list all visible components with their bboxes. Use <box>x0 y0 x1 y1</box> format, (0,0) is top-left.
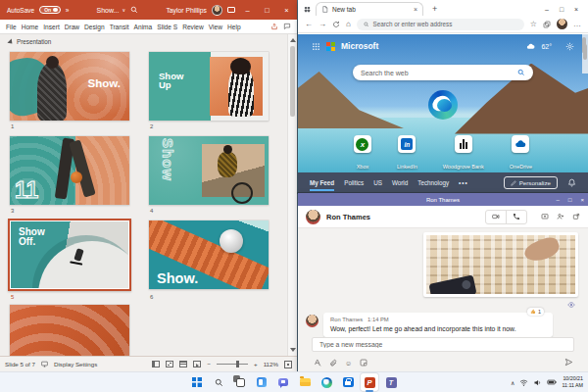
minimize-button[interactable]: – <box>240 0 255 20</box>
ribbon-tab-draw[interactable]: Draw <box>65 24 79 30</box>
ribbon-tab-view[interactable]: View <box>209 24 222 30</box>
contact-avatar[interactable] <box>306 210 320 224</box>
back-button[interactable]: ← <box>305 20 313 28</box>
zoom-in-button[interactable]: + <box>254 361 258 368</box>
new-tab-button[interactable]: + <box>432 4 437 14</box>
page-scrollbar[interactable] <box>582 34 588 74</box>
shortcut-onedrive[interactable]: OneDrive <box>510 135 532 172</box>
address-bar[interactable] <box>357 19 524 30</box>
add-participant-icon[interactable] <box>557 213 564 220</box>
close-button[interactable]: × <box>580 197 584 203</box>
tab-actions-icon[interactable] <box>304 6 311 13</box>
apps-grid-icon[interactable] <box>312 42 320 51</box>
slide-thumbnail-2[interactable]: Show Up <box>149 52 269 121</box>
ribbon-display-options-icon[interactable] <box>227 7 235 13</box>
refresh-button[interactable] <box>332 21 340 28</box>
reading-view-icon[interactable] <box>179 361 187 368</box>
close-button[interactable]: × <box>569 3 583 16</box>
maximize-button[interactable]: □ <box>260 0 274 20</box>
feed-tab-us[interactable]: US <box>373 179 382 186</box>
feed-tab-politics[interactable]: Politics <box>344 179 364 186</box>
video-call-button[interactable] <box>486 211 506 223</box>
clock[interactable]: 10/20/21 11:11 AM <box>562 375 583 389</box>
maximize-button[interactable]: □ <box>568 197 572 203</box>
zoom-slider-handle[interactable] <box>236 361 239 368</box>
collections-icon[interactable] <box>543 21 551 28</box>
chat-button[interactable] <box>274 373 292 391</box>
sender-avatar[interactable] <box>306 315 318 327</box>
feed-tab-world[interactable]: World <box>392 179 408 186</box>
slide-thumbnail-1[interactable]: Show. <box>10 52 129 121</box>
scroll-down-arrow[interactable] <box>290 348 296 352</box>
fit-slide-to-window-icon[interactable] <box>284 361 292 368</box>
volume-icon[interactable] <box>533 378 542 387</box>
personalize-button[interactable]: Personalize <box>504 176 558 189</box>
widgets-button[interactable] <box>253 373 270 391</box>
weather-cloud-icon[interactable] <box>526 42 535 51</box>
search-icon[interactable] <box>517 69 525 76</box>
contact-name[interactable]: Ron Thames <box>326 213 370 221</box>
browser-tab[interactable]: New tab × <box>316 2 423 16</box>
battery-icon[interactable] <box>547 377 557 387</box>
thumbs-up-reaction[interactable]: 1 <box>527 308 544 316</box>
web-search-input[interactable] <box>361 70 517 76</box>
normal-view-icon[interactable] <box>152 361 160 368</box>
slide-thumbnail-5-selected[interactable]: Show Off. <box>8 219 131 291</box>
close-button[interactable]: × <box>279 0 294 20</box>
address-input[interactable] <box>372 21 516 27</box>
home-button[interactable]: ⌂ <box>346 20 351 28</box>
ribbon-tab-file[interactable]: File <box>6 24 17 30</box>
minimize-button[interactable]: – <box>557 197 560 203</box>
slide-thumbnail-3[interactable]: 11 <box>10 136 129 205</box>
sticker-icon[interactable] <box>360 359 368 367</box>
emoji-icon[interactable]: ☺ <box>345 360 352 367</box>
slide-thumbnail-6[interactable]: Show. <box>149 220 269 289</box>
file-explorer-button[interactable] <box>296 373 314 391</box>
screen-share-icon[interactable] <box>541 213 549 220</box>
shortcut-woodgrove-bank[interactable]: Woodgrove Bank <box>443 135 484 172</box>
audio-call-button[interactable] <box>506 211 526 223</box>
profile-avatar[interactable] <box>557 19 567 29</box>
display-settings-label[interactable]: Display Settings <box>54 361 97 368</box>
account-name[interactable]: Taylor Phillips <box>166 7 207 14</box>
feed-tab-my-feed[interactable]: My Feed <box>310 179 334 186</box>
scroll-up-arrow[interactable] <box>290 38 296 42</box>
powerpoint-taskbar-button[interactable] <box>361 373 378 391</box>
share-icon[interactable] <box>270 23 278 30</box>
pop-out-icon[interactable] <box>572 213 580 220</box>
scrollbar-thumb[interactable] <box>290 46 295 117</box>
display-settings-icon[interactable] <box>41 361 48 368</box>
slideshow-view-icon[interactable] <box>193 361 201 368</box>
format-icon[interactable] <box>314 359 321 367</box>
message-input-box[interactable] <box>312 337 574 352</box>
quick-access-overflow-button[interactable]: » <box>66 7 70 14</box>
ribbon-tab-transitions[interactable]: Transit <box>110 24 129 30</box>
start-button[interactable] <box>188 373 206 391</box>
minimize-button[interactable]: – <box>540 3 554 16</box>
shortcut-xbox[interactable]: Xbox <box>354 135 371 172</box>
autosave-toggle[interactable]: On <box>39 6 60 14</box>
sent-image-message[interactable] <box>423 232 578 297</box>
wifi-icon[interactable] <box>519 378 528 387</box>
forward-button[interactable]: → <box>318 20 326 28</box>
brand-label[interactable]: Microsoft <box>341 41 378 51</box>
tab-close-icon[interactable]: × <box>414 6 417 13</box>
shortcut-linkedin[interactable]: LinkedIn <box>397 135 417 172</box>
comments-icon[interactable] <box>283 23 291 30</box>
ribbon-tab-help[interactable]: Help <box>227 24 241 30</box>
ribbon-tab-design[interactable]: Design <box>84 24 105 30</box>
bell-icon[interactable] <box>567 178 576 187</box>
thumbnail-scrollbar[interactable] <box>287 34 297 356</box>
zoom-out-button[interactable]: − <box>207 361 211 368</box>
taskbar-search-button[interactable] <box>210 373 227 391</box>
scrollbar-thumb[interactable] <box>583 44 587 60</box>
teams-taskbar-button[interactable] <box>382 373 400 391</box>
settings-more-icon[interactable]: … <box>573 20 581 28</box>
gear-icon[interactable] <box>565 42 574 51</box>
zoom-level[interactable]: 112% <box>264 361 278 368</box>
search-icon[interactable] <box>130 6 138 14</box>
section-header[interactable]: Presentation <box>8 38 51 45</box>
attach-paperclip-icon[interactable] <box>329 359 337 367</box>
feed-more-button[interactable]: ••• <box>459 179 468 186</box>
message-input[interactable] <box>319 341 566 348</box>
